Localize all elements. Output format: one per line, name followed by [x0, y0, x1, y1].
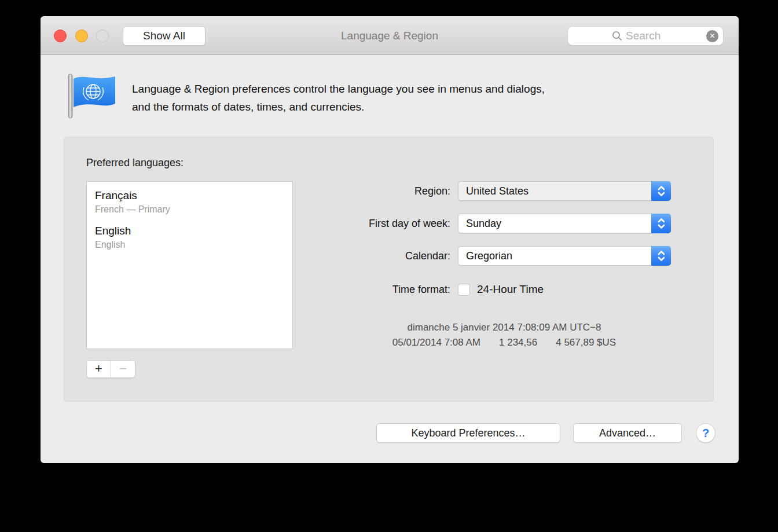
- calendar-label: Calendar:: [168, 246, 450, 266]
- search-field[interactable]: ✕: [567, 26, 724, 46]
- region-label: Region:: [168, 181, 450, 201]
- help-button[interactable]: ?: [696, 423, 715, 443]
- un-flag-icon: [64, 71, 118, 120]
- title-bar: Show All Language & Region ✕: [41, 16, 739, 55]
- chevron-up-down-icon: [651, 214, 671, 233]
- remove-language-button[interactable]: −: [111, 361, 135, 377]
- popup-value: Gregorian: [466, 247, 512, 265]
- zoom-button-disabled: [96, 30, 109, 42]
- chevron-up-down-icon: [651, 181, 671, 201]
- preferred-languages-label: Preferred languages:: [86, 157, 184, 169]
- add-language-button[interactable]: +: [87, 361, 111, 377]
- clear-search-icon[interactable]: ✕: [706, 30, 718, 42]
- first-day-of-week-popup[interactable]: Sunday: [458, 214, 671, 233]
- add-remove-control: + −: [86, 360, 135, 378]
- keyboard-preferences-button[interactable]: Keyboard Preferences…: [376, 423, 560, 443]
- preview-long-date: dimanche 5 janvier 2014 7:08:09 AM UTC−8: [313, 320, 695, 335]
- search-icon: [612, 31, 622, 41]
- popup-value: Sunday: [466, 214, 501, 233]
- preview-number: 1 234,56: [499, 335, 537, 350]
- settings-panel: Preferred languages: Français French — P…: [64, 137, 714, 402]
- preview-currency: 4 567,89 $US: [556, 335, 616, 350]
- close-button[interactable]: [54, 30, 67, 42]
- first-day-of-week-label: First day of week:: [168, 214, 450, 233]
- time-format-label: Time format:: [168, 281, 450, 298]
- preferences-window: Show All Language & Region ✕: [41, 16, 739, 463]
- 24-hour-time-checkbox[interactable]: [458, 284, 470, 296]
- preview-short-date: 05/01/2014 7:08 AM: [392, 335, 480, 350]
- popup-value: United States: [466, 182, 529, 200]
- show-all-button[interactable]: Show All: [123, 26, 205, 46]
- search-input[interactable]: [626, 30, 679, 42]
- region-popup[interactable]: United States: [458, 181, 671, 201]
- pane-description: Language & Region preferences control th…: [132, 80, 545, 116]
- chevron-up-down-icon: [651, 246, 671, 266]
- 24-hour-time-label: 24-Hour Time: [477, 281, 544, 298]
- calendar-popup[interactable]: Gregorian: [458, 246, 671, 266]
- advanced-button[interactable]: Advanced…: [573, 423, 682, 443]
- minimize-button[interactable]: [75, 30, 88, 42]
- format-preview: dimanche 5 janvier 2014 7:08:09 AM UTC−8…: [313, 320, 695, 350]
